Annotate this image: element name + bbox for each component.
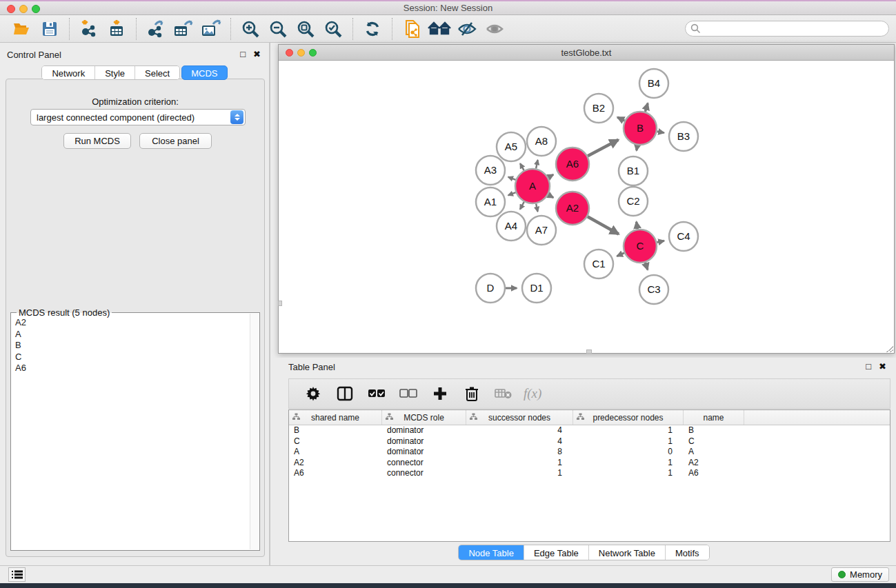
edge-A2-C[interactable] [588,216,619,234]
edge-B-B1[interactable] [637,145,637,151]
edge-B-B3[interactable] [657,132,664,133]
toggle-columns-icon[interactable] [333,383,357,405]
edge-B-B2[interactable] [617,117,624,121]
tab-motifs[interactable]: Motifs [666,545,709,560]
select-all-columns-icon[interactable] [365,383,388,405]
task-history-button[interactable] [8,567,26,582]
search-input[interactable] [685,21,889,37]
cell-MCDS-role[interactable]: dominator [382,447,466,458]
cell-successor-nodes[interactable]: 4 [466,436,573,447]
splitter-handle[interactable] [586,349,592,354]
tab-network-table[interactable]: Network Table [589,545,666,560]
edge-C-C1[interactable] [617,253,624,256]
table-row[interactable]: Bdominator41B [289,425,890,436]
memory-button[interactable]: Memory [831,567,889,582]
cell-successor-nodes[interactable]: 1 [466,468,573,479]
export-image-icon[interactable] [199,18,223,40]
edge-A-A5[interactable] [520,163,524,170]
tab-node-table[interactable]: Node Table [459,545,524,560]
table-row[interactable]: A2connector11A2 [289,458,890,469]
function-builder-icon[interactable]: f(x) [524,386,541,401]
cell-predecessor-nodes[interactable]: 1 [573,425,684,436]
show-graphics-eye-icon[interactable] [483,18,506,40]
column-header-predecessor-nodes[interactable]: predecessor nodes [573,410,684,425]
edge-A-A4[interactable] [520,202,524,210]
delete-column-icon[interactable] [460,383,484,405]
cell-shared-name[interactable]: B [289,425,382,436]
delete-table-icon[interactable] [492,383,515,405]
close-panel-icon[interactable]: ✖ [253,49,261,59]
edge-A-A2[interactable] [548,195,553,198]
table-row[interactable]: Cdominator41C [289,436,890,447]
cell-name[interactable]: A2 [684,458,744,469]
export-table-icon[interactable] [172,18,195,40]
deselect-all-columns-icon[interactable] [397,383,420,405]
mcds-result-item[interactable]: A6 [13,363,248,374]
cell-shared-name[interactable]: A2 [289,458,382,469]
refresh-icon[interactable] [361,18,384,40]
cell-successor-nodes[interactable]: 1 [466,458,573,469]
create-column-icon[interactable] [428,383,452,405]
edge-A6-B[interactable] [588,140,618,156]
close-panel-button[interactable]: Close panel [139,133,212,149]
cell-predecessor-nodes[interactable]: 1 [573,436,684,447]
mcds-result-item[interactable]: A [13,329,248,341]
column-header-successor-nodes[interactable]: successor nodes [466,410,573,425]
edge-C-C2[interactable] [637,222,638,230]
tab-style[interactable]: Style [95,66,135,79]
cell-MCDS-role[interactable]: connector [382,468,466,479]
table-row[interactable]: A6connector11A6 [289,468,890,479]
column-header-name[interactable]: name [684,410,744,425]
zoom-out-icon[interactable] [266,18,290,40]
edge-C-C4[interactable] [657,241,664,242]
close-table-panel-icon[interactable]: ✖ [879,361,886,372]
splitter-handle[interactable] [278,301,282,306]
zoom-fit-icon[interactable] [294,18,317,40]
cell-MCDS-role[interactable]: connector [382,458,466,469]
network-canvas[interactable]: B4B2BB3B1C2A5A8A6A3AA1A2A4A7CC1C4C3DD1 [279,61,894,353]
column-header-MCDS-role[interactable]: MCDS role [382,410,466,425]
mcds-result-item[interactable]: C [13,352,248,363]
edge-A-A3[interactable] [508,177,516,180]
home-views-icon[interactable] [428,18,451,40]
cell-successor-nodes[interactable]: 4 [466,425,573,436]
import-network-icon[interactable] [77,18,101,40]
mcds-result-item[interactable]: A2 [13,317,248,329]
cell-shared-name[interactable]: C [289,436,382,447]
table-row[interactable]: Adominator80A [289,447,890,458]
tab-mcds[interactable]: MCDS [181,65,227,80]
float-panel-icon[interactable]: □ [240,49,246,59]
edge-A-A7[interactable] [536,203,537,212]
mcds-result-item[interactable]: B [13,340,248,352]
cell-shared-name[interactable]: A [289,447,382,458]
window-resize-grip[interactable] [886,345,893,352]
cell-predecessor-nodes[interactable]: 1 [573,458,684,469]
run-mcds-button[interactable]: Run MCDS [63,133,131,149]
cell-predecessor-nodes[interactable]: 0 [573,447,684,458]
cell-name[interactable]: A6 [684,468,744,479]
cell-MCDS-role[interactable]: dominator [382,425,466,436]
export-network-icon[interactable] [144,18,168,40]
edge-A-A8[interactable] [536,160,538,169]
save-session-icon[interactable] [38,18,61,40]
hide-graphics-eye-icon[interactable] [455,18,479,40]
mcds-result-list[interactable]: A2ABCA6 [13,317,248,548]
float-table-panel-icon[interactable]: □ [866,361,871,372]
cell-successor-nodes[interactable]: 8 [466,447,573,458]
result-scrollbar[interactable] [250,314,259,549]
tab-network[interactable]: Network [42,66,95,79]
cell-name[interactable]: A [684,447,744,458]
import-table-icon[interactable] [105,18,128,40]
cell-MCDS-role[interactable]: dominator [382,436,466,447]
criterion-select[interactable]: largest connected component (directed) [30,109,246,125]
cell-name[interactable]: B [684,425,744,436]
zoom-selected-icon[interactable] [321,18,345,40]
edge-C-C3[interactable] [646,263,648,270]
edge-B-B4[interactable] [645,103,648,112]
table-settings-gear-icon[interactable] [301,383,325,405]
zoom-in-icon[interactable] [239,18,262,40]
cell-predecessor-nodes[interactable]: 1 [573,468,684,479]
tab-edge-table[interactable]: Edge Table [524,545,589,560]
open-session-icon[interactable] [10,18,34,40]
edge-A-A6[interactable] [548,174,553,177]
